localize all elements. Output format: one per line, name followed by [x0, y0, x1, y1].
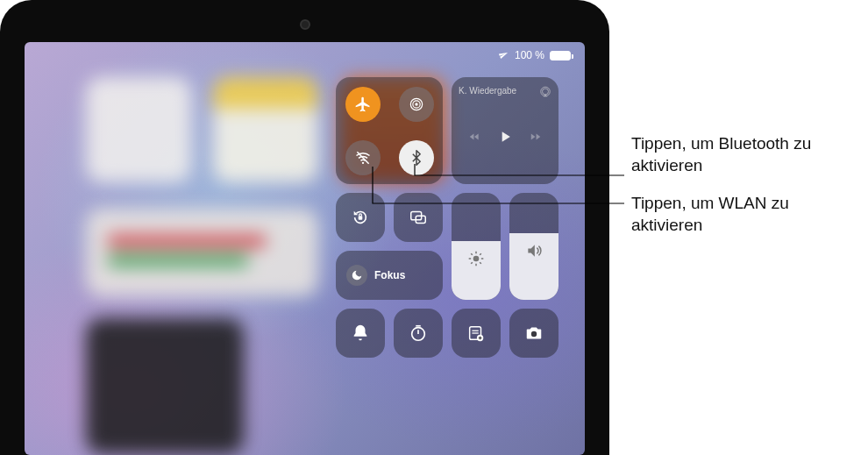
- quick-note-button[interactable]: [452, 309, 501, 358]
- connectivity-group[interactable]: [336, 77, 443, 184]
- airplane-icon: [354, 96, 372, 113]
- airplay-icon[interactable]: [539, 86, 551, 98]
- volume-icon: [525, 242, 543, 259]
- svg-point-5: [543, 89, 549, 95]
- battery-icon: [550, 51, 571, 60]
- device-camera: [300, 19, 310, 30]
- wifi-toggle[interactable]: [345, 140, 381, 175]
- play-icon[interactable]: [496, 128, 514, 146]
- wifi-off-icon: [354, 149, 372, 167]
- svg-point-19: [412, 328, 425, 341]
- airdrop-toggle[interactable]: [399, 87, 434, 122]
- bell-icon: [351, 323, 370, 343]
- svg-rect-7: [359, 216, 363, 220]
- svg-line-16: [480, 262, 481, 264]
- orientation-lock-icon: [351, 208, 370, 227]
- device-screen: 100 %: [25, 42, 585, 455]
- note-add-icon: [466, 323, 486, 343]
- bg-widget-calendar: [86, 209, 318, 296]
- brightness-icon: [467, 250, 485, 267]
- status-bar: 100 %: [499, 49, 571, 61]
- battery-percent-label: 100 %: [515, 49, 544, 61]
- callout-wlan: Tippen, um WLAN zu aktivieren: [631, 193, 859, 236]
- svg-point-28: [531, 331, 537, 337]
- ipad-frame: 100 %: [0, 0, 609, 455]
- volume-slider[interactable]: [509, 193, 559, 300]
- media-label: K. Wiedergabe: [459, 86, 516, 96]
- bluetooth-toggle[interactable]: [399, 140, 434, 175]
- moon-icon: [346, 265, 367, 286]
- focus-button[interactable]: Fokus: [336, 251, 443, 300]
- bg-widget-notes: [213, 77, 318, 182]
- forward-icon[interactable]: [530, 131, 542, 143]
- svg-line-15: [471, 253, 473, 255]
- camera-button[interactable]: [509, 309, 559, 358]
- airplane-mode-toggle[interactable]: [345, 87, 381, 122]
- callout-bluetooth: Tippen, um Bluetooth zu aktivieren: [631, 133, 859, 176]
- orientation-lock-button[interactable]: [336, 193, 385, 242]
- brightness-slider[interactable]: [452, 193, 501, 300]
- bg-widget-stocks: [86, 318, 244, 454]
- airplane-status-icon: [499, 50, 509, 60]
- svg-line-17: [480, 253, 481, 255]
- camera-icon: [524, 323, 544, 343]
- control-center: K. Wiedergabe: [336, 77, 564, 358]
- screen-mirroring-button[interactable]: [394, 193, 443, 242]
- rewind-icon[interactable]: [468, 131, 480, 143]
- screen-mirroring-icon: [409, 208, 428, 227]
- svg-line-18: [471, 262, 473, 264]
- svg-point-0: [415, 103, 417, 105]
- bg-widget-clock: [86, 77, 191, 182]
- airdrop-icon: [408, 96, 425, 113]
- focus-label: Fokus: [374, 269, 405, 281]
- media-playback-tile[interactable]: K. Wiedergabe: [452, 77, 559, 184]
- bluetooth-icon: [408, 149, 425, 167]
- svg-point-3: [361, 161, 363, 163]
- timer-button[interactable]: [394, 309, 443, 358]
- svg-point-10: [473, 256, 480, 262]
- timer-icon: [409, 323, 428, 343]
- silent-mode-button[interactable]: [336, 309, 385, 358]
